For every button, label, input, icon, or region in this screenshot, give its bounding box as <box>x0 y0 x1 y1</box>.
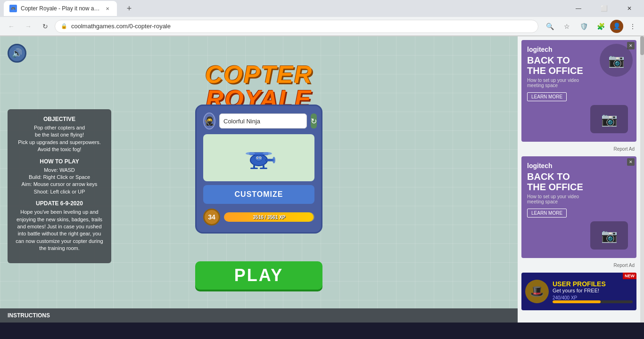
ad-logitech-2: ✕ logitech BACK TOTHE OFFICE How to set … <box>521 156 636 258</box>
user-profile-text: USER PROFILES Get yours for FREE! 240/40… <box>553 280 633 303</box>
xp-row: 34 3516 / 3561 XP <box>203 209 314 226</box>
search-button[interactable]: 🔍 <box>542 19 557 34</box>
level-badge: 34 <box>203 209 220 226</box>
title-bar: 🎮 Copter Royale - Play it now at Co ✕ + … <box>0 0 644 17</box>
game-area: 🔊 COPTER ROYALE OBJECTIVE Pop other copt… <box>0 36 518 323</box>
logitech-device-1: 📷 <box>600 44 633 77</box>
play-button[interactable]: PLAY <box>195 261 322 290</box>
maximize-button[interactable]: ⬜ <box>593 0 615 17</box>
sidebar-scrollbar[interactable] <box>640 36 644 323</box>
xp-text: 3516 / 3561 XP <box>253 215 286 220</box>
ad-report-2[interactable]: Report Ad <box>521 262 636 269</box>
url-text: coolmathgames.com/0-copter-royale <box>71 23 532 30</box>
lock-icon: 🔒 <box>61 23 67 29</box>
player-card: 🥷 ↻ <box>195 105 322 234</box>
sidebar-area: ✕ logitech BACK TOTHE OFFICE How to set … <box>518 36 644 323</box>
back-button[interactable]: ← <box>4 19 19 34</box>
browser-chrome: 🎮 Copter Royale - Play it now at Co ✕ + … <box>0 0 644 36</box>
game-title: COPTER ROYALE <box>205 62 313 111</box>
svg-point-8 <box>260 157 261 158</box>
logitech-learn-1[interactable]: LEARN MORE <box>527 92 567 101</box>
logitech-brand-2: logitech <box>527 162 631 170</box>
address-bar[interactable]: 🔒 coolmathgames.com/0-copter-royale <box>55 20 538 33</box>
bottom-bar: INSTRUCTIONS <box>0 308 518 323</box>
logitech-sub-2: How to set up your videomeeting space <box>527 194 631 204</box>
logitech-sub-1: How to set up your videomeeting space <box>527 78 631 88</box>
extensions-button[interactable]: 🧩 <box>593 19 608 34</box>
user-profiles-sub: Get yours for FREE! <box>553 288 633 293</box>
user-profiles-ad-content: 🎩 USER PROFILES Get yours for FREE! 240/… <box>521 273 636 310</box>
sound-button[interactable]: 🔊 <box>8 44 26 63</box>
ad-close-1[interactable]: ✕ <box>627 42 635 49</box>
name-row: 🥷 ↻ <box>203 113 314 129</box>
objective-title: OBJECTIVE <box>15 116 104 122</box>
ad-user-profiles: NEW 🎩 USER PROFILES Get yours for FREE! … <box>521 273 636 310</box>
nav-bar: ← → ↻ 🔒 coolmathgames.com/0-copter-royal… <box>0 17 644 36</box>
sound-icon: 🔊 <box>12 48 22 58</box>
close-button[interactable]: ✕ <box>619 0 640 17</box>
user-profiles-title: USER PROFILES <box>553 280 633 288</box>
customize-button[interactable]: CUSTOMIZE <box>203 185 314 204</box>
logitech-learn-2[interactable]: LEARN MORE <box>527 209 567 218</box>
refresh-name-button[interactable]: ↻ <box>311 113 317 129</box>
ad-report-1[interactable]: Report Ad <box>521 145 636 153</box>
scrollbar-track <box>640 36 644 323</box>
copter-preview <box>203 134 314 181</box>
refresh-button[interactable]: ↻ <box>38 19 53 34</box>
ads-sidebar: ✕ logitech BACK TOTHE OFFICE How to set … <box>518 36 640 323</box>
svg-point-3 <box>263 152 272 155</box>
svg-rect-14 <box>260 168 267 169</box>
instructions-panel: OBJECTIVE Pop other copters andbe the la… <box>8 109 111 263</box>
tab-favicon: 🎮 <box>9 5 17 12</box>
logitech-ad-content-2: logitech BACK TOTHE OFFICE How to set up… <box>521 156 636 223</box>
new-badge: NEW <box>623 273 636 279</box>
forward-button[interactable]: → <box>21 19 36 34</box>
tab-close-button[interactable]: ✕ <box>104 5 111 12</box>
svg-point-10 <box>272 157 275 163</box>
objective-text: Pop other copters andbe the last one fly… <box>15 124 104 153</box>
svg-point-7 <box>257 157 258 158</box>
browser-tab[interactable]: 🎮 Copter Royale - Play it now at Co ✕ <box>4 1 117 16</box>
user-profiles-xp: 240/400 XP <box>553 295 633 300</box>
ad-logitech-1: ✕ logitech BACK TOTHE OFFICE How to set … <box>521 40 636 142</box>
svg-point-4 <box>255 155 263 161</box>
logitech-heading-2: BACK TOTHE OFFICE <box>527 171 631 192</box>
how-to-play-text: Move: WASD Build: Right Click or Space A… <box>15 167 104 196</box>
player-avatar-icon: 🥷 <box>203 113 215 129</box>
instructions-label: INSTRUCTIONS <box>8 312 50 319</box>
scrollbar-thumb[interactable] <box>640 36 644 55</box>
copter-image <box>240 141 278 174</box>
shield-button[interactable]: 🛡️ <box>576 19 591 34</box>
svg-point-2 <box>246 152 255 155</box>
player-name-input[interactable] <box>219 113 307 129</box>
menu-button[interactable]: ⋮ <box>625 19 640 34</box>
update-text: Hope you've been leveling up and enjoyin… <box>15 209 104 252</box>
ad-close-2[interactable]: ✕ <box>627 158 635 166</box>
update-title: UPDATE 6-9-2020 <box>15 200 104 207</box>
new-tab-button[interactable]: + <box>123 2 136 15</box>
main-area: 🔊 COPTER ROYALE OBJECTIVE Pop other copt… <box>0 36 644 323</box>
tab-title: Copter Royale - Play it now at Co <box>21 5 100 12</box>
browser-toolbar: 🔍 ☆ 🛡️ 🧩 👤 ⋮ <box>542 19 640 34</box>
user-xp-fill <box>553 300 601 303</box>
xp-bar-container: 3516 / 3561 XP <box>224 212 314 222</box>
title-copter: COPTER <box>205 62 313 87</box>
window-controls: — ⬜ ✕ <box>568 0 640 17</box>
bookmark-button[interactable]: ☆ <box>559 19 574 34</box>
minimize-button[interactable]: — <box>568 0 589 17</box>
how-to-play-title: HOW TO PLAY <box>15 158 104 165</box>
user-profile-icon: 🎩 <box>525 280 549 303</box>
user-xp-bar <box>553 300 633 303</box>
profile-avatar[interactable]: 👤 <box>610 20 623 33</box>
svg-rect-13 <box>250 168 258 169</box>
